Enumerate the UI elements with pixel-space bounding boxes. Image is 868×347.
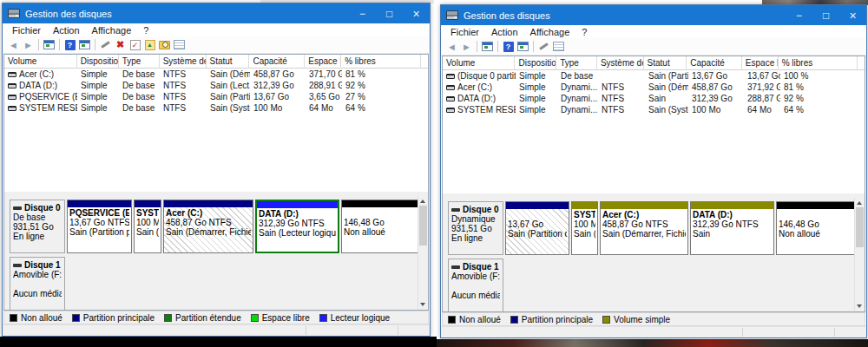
window-title: Gestion des disques — [25, 9, 349, 19]
toolbar: ◄ ► ? — [441, 38, 866, 56]
col-filesystem[interactable]: Système de ... — [160, 55, 207, 69]
pointer-tool-icon[interactable] — [98, 38, 113, 52]
col-statut[interactable]: Statut — [207, 55, 250, 69]
console-tree-icon[interactable] — [42, 38, 56, 52]
delete-icon[interactable]: ✖ — [113, 38, 128, 52]
volume-icon — [8, 106, 16, 111]
help-icon[interactable]: ? — [62, 38, 77, 52]
menu-fichier[interactable]: Fichier — [6, 25, 47, 36]
scroll-up-icon[interactable] — [855, 198, 865, 207]
legend-item: Partition principale — [72, 313, 155, 323]
scrollbar-thumb[interactable] — [419, 206, 427, 246]
col-filesystem[interactable]: Système de ... — [597, 56, 644, 70]
scrollbar[interactable] — [854, 198, 864, 311]
partition-acer-c[interactable]: Acer (C:)458,87 Go NTFSSain (Démarrer, F… — [600, 201, 688, 255]
maximize-button[interactable]: □ — [376, 3, 403, 23]
mark-active-icon[interactable]: ▲ — [142, 38, 157, 52]
back-icon[interactable]: ◄ — [6, 38, 21, 52]
col-statut[interactable]: Statut — [644, 56, 687, 70]
menu-fichier[interactable]: Fichier — [444, 27, 485, 37]
menu-action[interactable]: Action — [485, 27, 524, 37]
partition-system-reserved[interactable]: SYSTEM100 MoSain (Sy — [571, 201, 598, 255]
unallocated-space[interactable]: 146,48 GoNon alloué — [776, 201, 861, 255]
table-row[interactable]: (Disque 0 partition... SimpleDe base Sai… — [443, 70, 865, 82]
close-button[interactable]: × — [839, 5, 866, 25]
col-type[interactable]: Type — [119, 55, 160, 69]
partition-acer-c[interactable]: Acer (C:)458,87 Go NTFSSain (Démarrer, F… — [163, 200, 253, 253]
close-button[interactable]: × — [403, 3, 430, 23]
show-console-icon[interactable] — [516, 40, 530, 54]
status-bar — [441, 326, 866, 337]
partition-recovery[interactable]: 13,67 GoSain (Partition de r — [505, 201, 569, 255]
table-row[interactable]: DATA (D:) SimpleDe base NTFSSain (Lect..… — [4, 80, 428, 91]
titlebar[interactable]: Gestion des disques − □ × — [441, 5, 866, 25]
scroll-down-icon[interactable] — [855, 301, 865, 311]
taskbar-strip — [0, 337, 437, 347]
table-row[interactable]: Acer (C:) SimpleDynami... NTFSSain (Dém.… — [443, 82, 865, 93]
partition-pqservice[interactable]: PQSERVICE (E:)13,67 Go NTFSSain (Partiti… — [67, 200, 132, 253]
properties-icon[interactable] — [551, 40, 566, 54]
scroll-down-icon[interactable] — [418, 299, 428, 309]
partition-data-d[interactable]: DATA (D:)312,39 Go NTFSSain (Lecteur log… — [255, 200, 339, 253]
menu-affichage[interactable]: Affichage — [524, 27, 576, 37]
col-libres[interactable]: % libres — [341, 55, 421, 69]
partition-color-bar — [691, 202, 773, 209]
statusbar-divider — [834, 328, 835, 337]
col-libres[interactable]: % libres — [779, 56, 858, 70]
minimize-button[interactable]: − — [786, 5, 812, 25]
legend-swatch — [10, 314, 17, 322]
forward-icon[interactable]: ► — [21, 38, 36, 52]
help-icon[interactable]: ? — [501, 40, 516, 54]
col-capacite[interactable]: Capacité — [687, 56, 742, 70]
legend-bar: Non alloué Partition principale Volume s… — [442, 312, 865, 326]
table-row[interactable]: Acer (C:) SimpleDe base NTFSSain (Dém...… — [4, 69, 428, 80]
partition-system-reserved[interactable]: SYSTEM100 MoSain (Sy — [134, 200, 161, 253]
menu-action[interactable]: Action — [47, 25, 86, 36]
back-icon[interactable]: ◄ — [444, 40, 459, 54]
disk0-panel[interactable]: Disque 0 Dynamique 931,51 Go En ligne — [448, 201, 503, 255]
col-disposition[interactable]: Disposition — [515, 56, 556, 70]
scrollbar-thumb[interactable] — [856, 207, 864, 247]
scroll-up-icon[interactable] — [418, 196, 428, 206]
console-tree-icon[interactable] — [480, 40, 495, 54]
legend-swatch — [448, 316, 456, 324]
table-row[interactable]: SYSTEM RESERVED SimpleDe base NTFSSain (… — [4, 102, 428, 114]
forward-icon[interactable]: ► — [459, 40, 474, 54]
table-row[interactable]: SYSTEM RESERVED SimpleDynami... NTFSSain… — [443, 104, 865, 115]
table-row[interactable]: PQSERVICE (E:) SimpleDe base NTFSSain (P… — [4, 91, 428, 102]
menu-help[interactable]: ? — [137, 25, 155, 36]
partition-color-bar — [164, 200, 253, 207]
disk1-panel[interactable]: Disque 1 Amovible (F:) Aucun média — [448, 259, 503, 311]
col-espace[interactable]: Espace li... — [742, 56, 779, 70]
toolbar-separator — [59, 39, 60, 50]
menu-bar: Fichier Action Affichage ? — [3, 23, 430, 36]
show-console-icon[interactable] — [77, 38, 92, 52]
legend-swatch — [319, 314, 327, 322]
legend-bar: Non alloué Partition principale Partitio… — [3, 311, 429, 324]
partition-data-d[interactable]: DATA (D:)312,39 Go NTFSSain — [690, 201, 774, 255]
disk1-panel[interactable]: Disque 1 Amovible (F:) Aucun média — [10, 257, 65, 310]
col-volume[interactable]: Volume — [4, 55, 77, 69]
titlebar[interactable]: Gestion des disques − □ × — [3, 3, 430, 23]
col-disposition[interactable]: Disposition — [77, 55, 119, 69]
check-document-icon[interactable]: ✓ — [128, 38, 142, 52]
unallocated-space[interactable]: 146,48 GoNon alloué — [341, 200, 426, 253]
menu-bar: Fichier Action Affichage ? — [441, 25, 866, 38]
menu-affichage[interactable]: Affichage — [86, 25, 138, 36]
pointer-tool-icon[interactable] — [536, 40, 551, 54]
legend-swatch — [602, 316, 610, 324]
explore-folder-icon[interactable] — [157, 38, 172, 52]
col-espace[interactable]: Espace li... — [305, 55, 341, 69]
col-type[interactable]: Type — [556, 56, 597, 70]
legend-swatch — [72, 314, 80, 322]
scrollbar[interactable] — [418, 196, 427, 309]
minimize-button[interactable]: − — [349, 3, 376, 23]
partition-color-bar — [68, 200, 131, 207]
menu-help[interactable]: ? — [575, 27, 593, 37]
col-capacite[interactable]: Capacité — [249, 55, 305, 69]
maximize-button[interactable]: □ — [812, 5, 839, 25]
col-volume[interactable]: Volume — [443, 56, 515, 70]
properties-icon[interactable] — [172, 38, 187, 52]
table-row[interactable]: DATA (D:) SimpleDynami... NTFSSain 312,3… — [443, 93, 865, 104]
disk0-panel[interactable]: Disque 0 De base 931,51 Go En ligne — [10, 200, 65, 253]
